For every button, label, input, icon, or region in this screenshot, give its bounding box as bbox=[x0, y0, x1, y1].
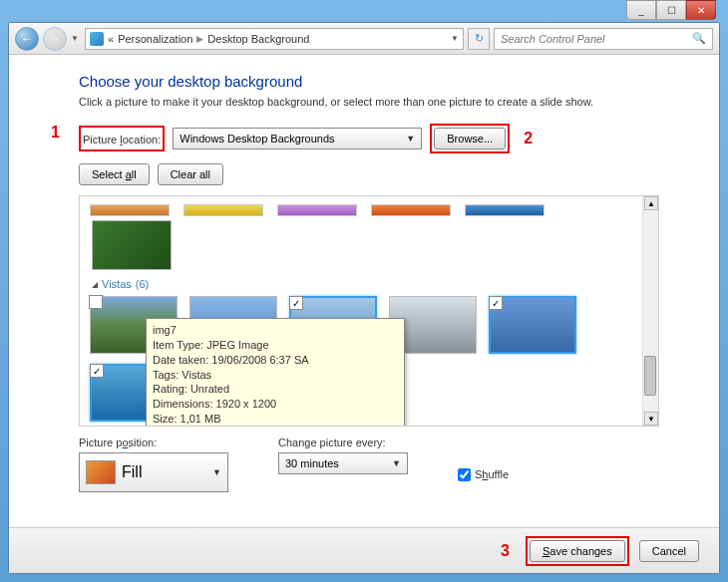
scrollbar[interactable]: ▲ ▼ bbox=[642, 196, 658, 426]
search-icon: 🔍 bbox=[692, 32, 706, 45]
picture-gallery: ◢ Vistas (6) img7 Item Type: JPEG Image bbox=[79, 195, 659, 427]
footer: 3 Save changes Cancel bbox=[9, 527, 719, 573]
control-panel-icon bbox=[90, 32, 104, 46]
thumbnail-vista-5[interactable] bbox=[489, 296, 576, 354]
breadcrumb-desktop-background[interactable]: Desktop Background bbox=[207, 33, 309, 45]
scroll-thumb[interactable] bbox=[644, 356, 656, 396]
shuffle-option: Shuffle bbox=[458, 456, 509, 492]
forward-button[interactable]: → bbox=[43, 27, 67, 51]
address-bar[interactable]: « Personalization ▶ Desktop Background ▼ bbox=[85, 28, 464, 50]
position-preview-icon bbox=[86, 460, 116, 484]
clear-all-button[interactable]: Clear all bbox=[158, 163, 223, 185]
change-interval-dropdown[interactable]: 30 minutes ▼ bbox=[278, 452, 408, 474]
options-row: Picture position: Fill ▼ Change picture … bbox=[79, 436, 659, 492]
group-name: Vistas bbox=[102, 278, 132, 290]
picture-location-row: 1 Picture location: Windows Desktop Back… bbox=[79, 124, 659, 153]
picture-position-col: Picture position: Fill ▼ bbox=[79, 436, 228, 492]
picture-position-dropdown[interactable]: Fill ▼ bbox=[79, 452, 228, 492]
checkbox[interactable] bbox=[89, 295, 103, 309]
scroll-up-button[interactable]: ▲ bbox=[644, 196, 658, 210]
tooltip-line: Date taken: 19/06/2008 6:37 SA bbox=[153, 353, 398, 368]
nav-history-dropdown[interactable]: ▼ bbox=[71, 34, 81, 43]
search-box[interactable]: 🔍 bbox=[494, 28, 713, 50]
checkbox[interactable] bbox=[90, 364, 104, 378]
callout-2: 2 bbox=[524, 130, 533, 147]
picture-location-label: Picture location: bbox=[83, 134, 161, 146]
thumbnail[interactable] bbox=[465, 204, 545, 216]
address-dropdown[interactable]: ▼ bbox=[451, 34, 459, 43]
callout-3: 3 bbox=[501, 542, 510, 560]
breadcrumb-prefix: « bbox=[108, 33, 114, 45]
save-changes-button[interactable]: Save changes bbox=[530, 540, 625, 562]
vistas-row: img7 Item Type: JPEG Image Date taken: 1… bbox=[90, 296, 632, 354]
picture-location-value: Windows Desktop Backgrounds bbox=[180, 133, 334, 145]
partial-row bbox=[90, 204, 632, 216]
cancel-button[interactable]: Cancel bbox=[639, 540, 699, 562]
checkbox[interactable] bbox=[289, 296, 303, 310]
chevron-down-icon: ▼ bbox=[212, 467, 221, 477]
picture-position-value: Fill bbox=[122, 463, 142, 481]
close-button[interactable]: ✕ bbox=[686, 0, 716, 20]
checkbox[interactable] bbox=[489, 296, 503, 310]
page-subtitle: Click a picture to make it your desktop … bbox=[79, 96, 659, 108]
picture-location-dropdown[interactable]: Windows Desktop Backgrounds ▼ bbox=[173, 128, 422, 149]
minimize-button[interactable]: _ bbox=[626, 0, 656, 20]
tooltip-line: Dimensions: 1920 x 1200 bbox=[153, 397, 398, 412]
select-row: Select all Clear all bbox=[79, 163, 659, 185]
change-every-label: Change picture every: bbox=[278, 436, 408, 448]
breadcrumb-sep: ▶ bbox=[196, 34, 203, 44]
group-header-vistas[interactable]: ◢ Vistas (6) bbox=[92, 278, 632, 290]
tooltip-line: Size: 1,01 MB bbox=[153, 412, 398, 426]
tooltip-line: img7 bbox=[153, 323, 398, 338]
content-frame: ← → ▼ « Personalization ▶ Desktop Backgr… bbox=[8, 22, 720, 574]
refresh-button[interactable]: ↻ bbox=[468, 28, 490, 50]
back-button[interactable]: ← bbox=[15, 27, 39, 51]
highlight-box-3: Save changes bbox=[526, 536, 629, 566]
thumbnail[interactable] bbox=[90, 204, 170, 216]
navbar: ← → ▼ « Personalization ▶ Desktop Backgr… bbox=[9, 23, 719, 55]
shuffle-checkbox[interactable] bbox=[458, 468, 471, 481]
thumbnail[interactable] bbox=[277, 204, 357, 216]
titlebar-controls: _ ☐ ✕ bbox=[626, 0, 716, 20]
callout-1: 1 bbox=[51, 124, 60, 142]
browse-button[interactable]: Browse... bbox=[434, 128, 506, 149]
thumbnail[interactable] bbox=[371, 204, 451, 216]
collapse-icon: ◢ bbox=[92, 280, 98, 289]
change-interval-value: 30 minutes bbox=[285, 457, 339, 469]
shuffle-label: Shuffle bbox=[475, 468, 509, 480]
chevron-down-icon: ▼ bbox=[406, 134, 415, 144]
highlight-box-1: Picture location: bbox=[79, 126, 165, 151]
change-every-col: Change picture every: 30 minutes ▼ bbox=[278, 436, 408, 492]
chevron-down-icon: ▼ bbox=[392, 458, 401, 468]
tooltip-line: Item Type: JPEG Image bbox=[153, 338, 398, 353]
tooltip-line: Tags: Vistas bbox=[153, 368, 398, 383]
main-panel: Choose your desktop background Click a p… bbox=[9, 55, 719, 527]
page-title: Choose your desktop background bbox=[79, 73, 659, 90]
window: _ ☐ ✕ ← → ▼ « Personalization ▶ Desktop … bbox=[0, 0, 728, 582]
thumbnail-tooltip: img7 Item Type: JPEG Image Date taken: 1… bbox=[146, 318, 405, 426]
breadcrumb-personalization[interactable]: Personalization bbox=[118, 33, 192, 45]
thumbnail[interactable] bbox=[183, 204, 263, 216]
thumbnail-fern[interactable] bbox=[92, 220, 172, 270]
tooltip-line: Rating: Unrated bbox=[153, 382, 398, 397]
picture-position-label: Picture position: bbox=[79, 436, 228, 448]
group-count: (6) bbox=[136, 278, 149, 290]
maximize-button[interactable]: ☐ bbox=[656, 0, 686, 20]
select-all-button[interactable]: Select all bbox=[79, 163, 150, 185]
scroll-down-button[interactable]: ▼ bbox=[644, 412, 658, 426]
gallery-inner: ◢ Vistas (6) img7 Item Type: JPEG Image bbox=[80, 196, 642, 426]
search-input[interactable] bbox=[501, 33, 688, 45]
highlight-box-2: Browse... bbox=[430, 124, 510, 153]
